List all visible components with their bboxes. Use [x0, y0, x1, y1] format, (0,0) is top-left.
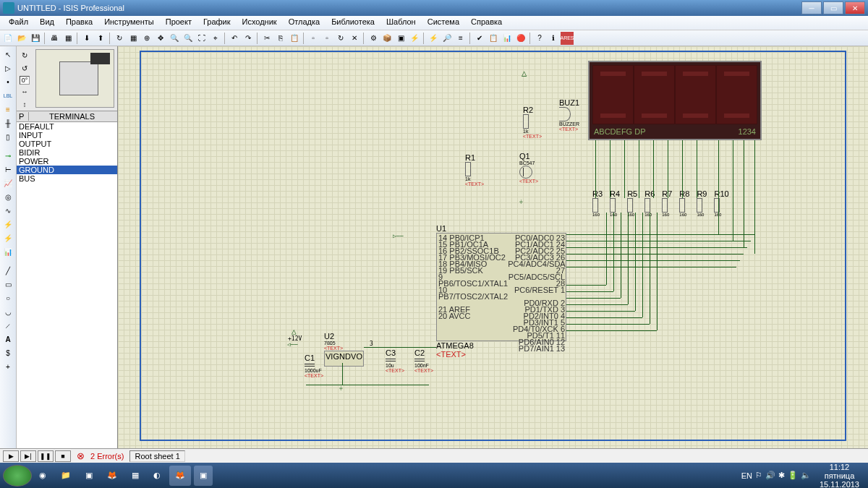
grid-icon[interactable]: ▦ — [127, 32, 140, 45]
list-item[interactable]: INPUT — [17, 131, 117, 140]
pin-icon[interactable]: ⊢ — [1, 163, 14, 176]
rotation-angle[interactable]: 0° — [20, 76, 30, 85]
menu-source[interactable]: Исходник — [237, 16, 283, 30]
component-u1[interactable]: U1 14 PB0/ICP115 PB1/OC1A 16 PB2/SSOC1B1… — [436, 224, 566, 359]
origin-icon[interactable]: ⊕ — [140, 32, 153, 45]
generator-icon[interactable]: ∿ — [1, 204, 14, 217]
ares-icon[interactable]: 🔴 — [514, 32, 527, 45]
menu-graph[interactable]: График — [197, 16, 237, 30]
package-icon[interactable]: ▣ — [394, 32, 407, 45]
menu-file[interactable]: Файл — [3, 16, 34, 30]
list-item[interactable]: POWER — [17, 157, 117, 166]
rotate-cw-icon[interactable]: ↻ — [18, 49, 31, 61]
copy-icon[interactable]: ⎘ — [274, 32, 287, 45]
line-icon[interactable]: ╱ — [1, 264, 14, 277]
menu-help[interactable]: Справка — [465, 16, 508, 30]
circle-icon[interactable]: ○ — [1, 291, 14, 304]
property-icon[interactable]: ≡ — [454, 32, 467, 45]
help-icon[interactable]: ? — [533, 32, 546, 45]
arc-icon[interactable]: ◡ — [1, 305, 14, 318]
play-button[interactable]: ▶ — [3, 450, 19, 462]
minimize-button[interactable]: ─ — [801, 1, 822, 14]
box-icon[interactable]: ▭ — [1, 278, 14, 291]
junction-icon[interactable]: • — [1, 75, 14, 88]
error-icon[interactable]: ⊗ — [77, 450, 85, 461]
zoomall-icon[interactable]: ⛶ — [195, 32, 208, 45]
overview-preview[interactable] — [35, 49, 114, 108]
task-item[interactable]: ◉ — [33, 466, 52, 486]
tray-icon[interactable]: 🔋 — [788, 471, 798, 480]
task-item[interactable]: 🦊 — [101, 466, 123, 486]
label-icon[interactable]: LBL — [1, 89, 14, 102]
save-icon[interactable]: 💾 — [29, 32, 42, 45]
list-item[interactable]: GROUND — [17, 166, 117, 174]
pick-icon[interactable]: ⚙ — [367, 32, 380, 45]
tray-icon[interactable]: ⚐ — [755, 471, 762, 480]
task-item-firefox[interactable]: 🦊 — [169, 466, 191, 486]
block-delete-icon[interactable]: ✕ — [348, 32, 361, 45]
component-c2[interactable]: C2 100nF <TEXT> — [414, 348, 433, 373]
path-icon[interactable]: ⟋ — [1, 319, 14, 332]
task-item[interactable]: ▦ — [126, 466, 145, 486]
refresh-icon[interactable]: ↻ — [113, 32, 126, 45]
maximize-button[interactable]: ▭ — [823, 1, 843, 14]
zoomout-icon[interactable]: 🔍 — [182, 32, 195, 45]
import-icon[interactable]: ⬇ — [80, 32, 93, 45]
area-icon[interactable]: ▦ — [61, 32, 75, 45]
graph-icon[interactable]: 📈 — [1, 176, 14, 189]
component-r1[interactable]: R1 1k <TEXT> — [465, 153, 484, 187]
clock[interactable]: 11:12 пятница 15.11.2013 — [814, 463, 865, 489]
print-icon[interactable]: 🖶 — [48, 32, 61, 45]
component-icon[interactable]: ▷ — [1, 61, 14, 74]
pick-button[interactable]: P — [19, 112, 29, 121]
menu-template[interactable]: Шаблон — [380, 16, 422, 30]
block-copy-icon[interactable]: ▫ — [307, 32, 320, 45]
undo-icon[interactable]: ↶ — [228, 32, 241, 45]
terminal-icon[interactable]: ⊸ — [1, 149, 14, 162]
zoomin-icon[interactable]: 🔍 — [168, 32, 181, 45]
about-icon[interactable]: ℹ — [547, 32, 560, 45]
task-item[interactable]: ▣ — [80, 466, 98, 486]
stop-button[interactable]: ■ — [55, 450, 71, 462]
mirror-h-icon[interactable]: ↔ — [18, 86, 31, 98]
start-button[interactable] — [3, 465, 32, 487]
menu-tools[interactable]: Инструменты — [98, 16, 160, 30]
bom-icon[interactable]: 📊 — [501, 32, 514, 45]
component-c3[interactable]: C3 10u <TEXT> — [386, 348, 404, 373]
export-icon[interactable]: ⬆ — [94, 32, 107, 45]
instrument-icon[interactable]: 📊 — [1, 245, 14, 258]
zoomarea-icon[interactable]: ⌖ — [209, 32, 222, 45]
text2d-icon[interactable]: A — [1, 333, 14, 346]
netlist-icon[interactable]: 📋 — [487, 32, 500, 45]
block-move-icon[interactable]: ▫ — [320, 32, 333, 45]
schematic-canvas[interactable]: U1 14 PB0/ICP115 PB1/OC1A 16 PB2/SSOC1B1… — [118, 46, 868, 448]
new-icon[interactable]: 📄 — [1, 32, 14, 45]
cut-icon[interactable]: ✂ — [260, 32, 273, 45]
tray-icon[interactable]: 🔈 — [801, 471, 811, 480]
erc-icon[interactable]: ✔ — [473, 32, 486, 45]
decompose-icon[interactable]: ⚡ — [408, 32, 421, 45]
pause-button[interactable]: ❚❚ — [38, 450, 54, 462]
tape-icon[interactable]: ◎ — [1, 190, 14, 203]
selection-icon[interactable]: ↖ — [1, 48, 14, 61]
seven-segment-display[interactable]: ABCDEFG DP 1234 — [588, 61, 762, 140]
marker-icon[interactable]: + — [1, 360, 14, 373]
task-item[interactable]: ◐ — [148, 466, 166, 486]
bus-icon[interactable]: ╫ — [1, 116, 14, 129]
menu-system[interactable]: Система — [422, 16, 465, 30]
subcircuit-icon[interactable]: ▯ — [1, 130, 14, 143]
menu-edit[interactable]: Правка — [60, 16, 98, 30]
task-item-isis[interactable]: ▣ — [194, 466, 213, 486]
list-item[interactable]: BUS — [17, 174, 117, 183]
close-button[interactable]: ✕ — [845, 1, 865, 14]
step-button[interactable]: ▶| — [20, 450, 36, 462]
ares-link-icon[interactable]: ARES — [561, 32, 574, 45]
list-item[interactable]: BIDIR — [17, 148, 117, 157]
error-count[interactable]: 2 Error(s) — [90, 452, 124, 461]
task-item[interactable]: 📁 — [55, 466, 77, 486]
text-icon[interactable]: ≡ — [1, 103, 14, 116]
mirror-v-icon[interactable]: ↕ — [18, 99, 31, 111]
open-icon[interactable]: 📂 — [15, 32, 28, 45]
symbol-icon[interactable]: $ — [1, 346, 14, 359]
menu-library[interactable]: Библиотека — [326, 16, 380, 30]
